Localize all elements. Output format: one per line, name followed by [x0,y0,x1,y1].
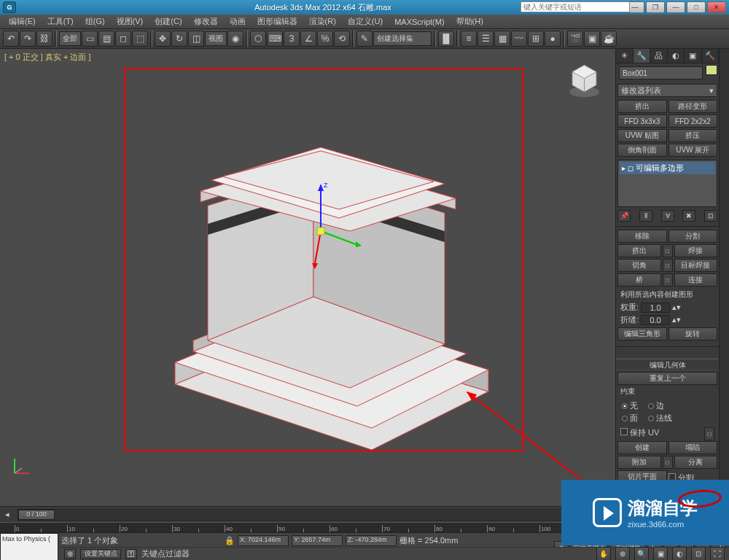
bridge-settings-button[interactable]: □ [663,273,673,287]
pan-view-button[interactable]: ✋ [596,547,611,561]
create-geo-button[interactable]: 创建 [617,441,667,454]
panel-scrollbar[interactable] [719,49,729,506]
mod-uvwmap-button[interactable]: UVW 贴图 [617,129,667,142]
mod-unwrap-button[interactable]: UVW 展开 [668,144,718,157]
lock-icon[interactable]: 🔒 [225,536,235,545]
crease-spinner[interactable]: 0.0 [641,315,670,325]
menu-animation[interactable]: 动画 [224,15,252,28]
modifier-list-dropdown[interactable]: 修改器列表▾ [617,84,717,97]
spinner-snap-button[interactable]: ⟲ [334,31,350,47]
object-color-swatch[interactable] [706,65,717,75]
angle-snap-button[interactable]: ∠ [300,31,316,47]
mod-ffd222-button[interactable]: FFD 2x2x2 [668,114,718,128]
repeat-last-button[interactable]: 重复上一个 [617,372,717,385]
bridge-button[interactable]: 桥 [617,273,661,287]
preserve-uv-checkbox[interactable] [620,428,628,435]
viewport-area[interactable]: [ + 0 正交 ] 真实 + 边面 ] [0,49,615,506]
maximize-button[interactable]: □ [687,1,706,13]
mirror-button[interactable]: ▐▌ [438,31,454,47]
named-selection-sets[interactable]: 创建选择集 [373,31,432,46]
menu-modifiers[interactable]: 修改器 [188,15,224,28]
redo-button[interactable]: ↷ [20,31,36,47]
key-filters-icon[interactable]: ⚿ [125,549,137,559]
mod-extrude-button[interactable]: 挤出 [617,100,667,113]
menu-maxscript[interactable]: MAXScript(M) [389,16,450,28]
material-editor-button[interactable]: ● [545,31,561,47]
graphite-button[interactable]: ▦ [494,31,510,47]
edit-named-sel-button[interactable]: ✎ [356,31,373,47]
percent-snap-button[interactable]: % [317,31,333,47]
link-button[interactable]: ⛓ [36,31,52,47]
select-object-button[interactable]: ▭ [82,31,98,47]
minimize2-button[interactable]: — [666,1,685,13]
pivot-button[interactable]: ◉ [227,31,243,47]
zoom-button[interactable]: 🔍 [634,547,649,561]
render-setup-button[interactable]: 🎬 [567,31,583,47]
mod-pathdeform-button[interactable]: 路径变形 [668,100,718,113]
pin-stack-button[interactable]: 📌 [617,210,631,222]
key-mode-button[interactable]: ⊕ [64,549,76,559]
constraint-edge-radio[interactable]: 边 [648,400,664,411]
help-search-input[interactable] [521,1,630,12]
rendered-frame-button[interactable]: ▣ [584,31,600,47]
close-button[interactable]: ✕ [707,1,726,13]
remove-button[interactable]: 移除 [617,230,667,243]
show-end-button[interactable]: Ⅱ [639,210,652,222]
weight-spinner[interactable]: 1.0 [641,303,670,313]
mod-ffd333-button[interactable]: FFD 3x3x3 [617,114,667,128]
constraint-face-radio[interactable]: 面 [622,413,638,424]
z-coord-field[interactable]: Z: -470.284m [346,535,397,546]
curve-editor-button[interactable]: 〰 [511,31,527,47]
scale-button[interactable]: ◫ [188,31,204,47]
window-crossing-button[interactable]: ⬚ [132,31,148,47]
menu-view[interactable]: 视图(V) [111,15,149,28]
menu-group[interactable]: 组(G) [79,15,111,28]
detach-button[interactable]: 分离 [674,456,718,469]
ref-coord-system[interactable]: 视图 [205,31,227,46]
configure-sets-button[interactable]: ⊡ [704,210,717,222]
chamfer-button[interactable]: 切角 [617,259,661,272]
zoom-extents-button[interactable]: ⊡ [691,547,706,561]
maxscript-listener[interactable]: Max to Physics ( [0,533,58,560]
undo-button[interactable]: ↶ [3,31,19,47]
schematic-button[interactable]: ⊞ [528,31,544,47]
make-unique-button[interactable]: ∀ [661,210,674,222]
mod-bevelprofile-button[interactable]: 倒角剖面 [617,144,667,157]
utilities-tab[interactable]: 🔨 [702,49,720,63]
y-coord-field[interactable]: Y: 2657.74m [292,535,343,546]
maximize-viewport-button[interactable]: ⛶ [710,547,725,561]
restore-button[interactable]: ❐ [646,1,665,13]
menu-rendering[interactable]: 渲染(R) [303,15,342,28]
constraint-none-radio[interactable]: 无 [622,400,638,411]
split-button[interactable]: 分割 [668,230,718,243]
zoom-all-button[interactable]: ▣ [653,547,668,561]
rotate-button[interactable]: ↻ [171,31,187,47]
hierarchy-tab[interactable]: 品 [650,49,668,63]
chamfer-settings-button[interactable]: □ [663,259,673,272]
viewport-label[interactable]: [ + 0 正交 ] 真实 + 边面 ] [4,52,91,63]
target-weld-button[interactable]: 目标焊接 [674,259,718,272]
viewcube-icon[interactable] [564,60,604,100]
fov-button[interactable]: ◐ [672,547,687,561]
remove-mod-button[interactable]: ✖ [682,210,695,222]
edit-tri-button[interactable]: 编辑三角形 [617,327,667,341]
edit-geometry-header[interactable] [616,347,719,359]
render-button[interactable]: ☕ [601,31,617,47]
setkey-button[interactable]: 设置关键点 [80,549,121,559]
attach-list-button[interactable]: □ [663,456,673,469]
display-tab[interactable]: ▣ [685,49,702,63]
menu-help[interactable]: 帮助(H) [451,15,489,28]
manipulate-button[interactable]: ⬡ [250,31,266,47]
snap-button[interactable]: 3 [284,31,300,47]
extrude-button[interactable]: 挤出 [617,244,661,257]
weld-button[interactable]: 焊接 [674,244,718,257]
align-button[interactable]: ≡ [461,31,477,47]
mod-push-button[interactable]: 挤压 [668,129,718,142]
keyboard-button[interactable]: ⌨ [267,31,283,47]
attach-button[interactable]: 附加 [617,456,661,469]
move-button[interactable]: ✥ [155,31,171,47]
selection-filter[interactable]: 全部 [59,31,81,46]
layers-button[interactable]: ☰ [477,31,494,47]
orbit-button[interactable]: ⊕ [615,547,630,561]
menu-graph-editors[interactable]: 图形编辑器 [252,15,303,28]
